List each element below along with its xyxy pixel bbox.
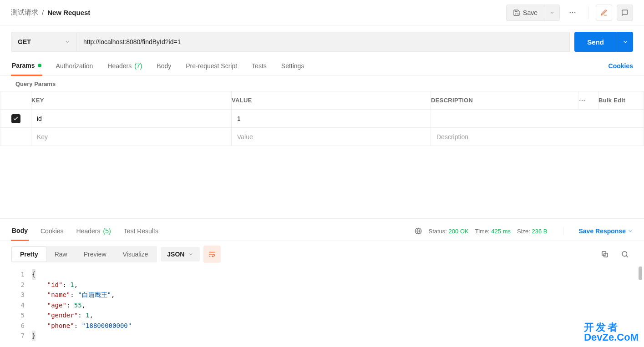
chevron-down-icon	[549, 10, 555, 15]
breadcrumb-separator: /	[42, 9, 44, 16]
request-row: GET Send	[0, 25, 644, 54]
search-icon	[621, 250, 629, 258]
bulk-edit-button[interactable]: Bulk Edit	[598, 91, 644, 110]
col-value: VALUE	[232, 91, 431, 110]
tab-headers-label: Headers	[107, 62, 132, 70]
svg-point-5	[584, 100, 585, 101]
query-params-title: Query Params	[0, 76, 644, 91]
send-dropdown[interactable]	[617, 32, 633, 52]
col-key: KEY	[31, 91, 232, 110]
tab-headers[interactable]: Headers (7)	[106, 57, 143, 75]
response-body-viewer[interactable]: 1{2 "id": 1,3 "name": "白眉鹰王",4 "age": 55…	[0, 267, 644, 347]
view-pretty[interactable]: Pretty	[12, 247, 46, 262]
tab-settings[interactable]: Settings	[280, 57, 305, 75]
wrap-lines-button[interactable]	[203, 246, 221, 263]
response-tab-test-results[interactable]: Test Results	[123, 222, 159, 240]
status-value[interactable]: 200 OK	[449, 228, 469, 235]
param-key-input[interactable]	[31, 110, 231, 127]
cookies-link[interactable]: Cookies	[609, 57, 633, 75]
save-dropdown[interactable]	[544, 5, 560, 21]
response-tab-headers-count: (5)	[103, 227, 111, 235]
scrollbar-thumb[interactable]	[639, 267, 642, 280]
copy-icon	[601, 250, 609, 258]
send-button[interactable]: Send	[574, 32, 617, 52]
ellipsis-icon	[568, 9, 577, 17]
table-row-new	[0, 128, 644, 146]
url-input[interactable]	[76, 32, 570, 52]
response-tabs: Body Cookies Headers (5) Test Results St…	[0, 219, 644, 241]
copy-response-button[interactable]	[597, 246, 613, 262]
params-table: KEY VALUE DESCRIPTION Bulk Edit	[0, 91, 644, 146]
save-response-button[interactable]: Save Response	[579, 227, 634, 235]
watermark-line1: 开发者	[584, 322, 639, 332]
col-more[interactable]	[578, 91, 598, 110]
topbar: 测试请求 / New Request Save	[0, 0, 644, 25]
param-key-input-new[interactable]	[31, 128, 231, 146]
table-row	[0, 110, 644, 128]
wrap-icon	[208, 250, 216, 258]
tab-prerequest[interactable]: Pre-request Script	[185, 57, 238, 75]
time-label: Time:	[475, 228, 490, 235]
save-label: Save	[523, 9, 538, 16]
response-tab-headers-label: Headers	[76, 227, 101, 235]
tab-tests[interactable]: Tests	[251, 57, 268, 75]
param-value-input[interactable]	[232, 110, 431, 127]
param-value-input-new[interactable]	[232, 128, 431, 146]
svg-point-11	[622, 251, 627, 256]
view-raw[interactable]: Raw	[46, 247, 76, 262]
svg-point-3	[579, 100, 580, 101]
check-icon	[13, 116, 19, 121]
svg-point-0	[570, 12, 571, 13]
tab-headers-count: (7)	[134, 62, 142, 70]
save-icon	[513, 9, 520, 16]
language-value: JSON	[167, 251, 184, 258]
ellipsis-icon	[578, 97, 586, 104]
breadcrumb-folder[interactable]: 测试请求	[11, 8, 38, 17]
method-select[interactable]: GET	[11, 32, 76, 52]
param-desc-input-new[interactable]	[431, 128, 644, 146]
view-visualize[interactable]: Visualize	[115, 247, 157, 262]
save-button[interactable]: Save	[506, 5, 544, 21]
comment-icon	[621, 9, 629, 16]
pencil-icon	[600, 9, 608, 16]
params-changed-dot	[38, 64, 41, 67]
view-mode-segment: Pretty Raw Preview Visualize	[11, 246, 157, 262]
svg-point-4	[582, 100, 583, 101]
param-desc-input[interactable]	[431, 110, 644, 127]
svg-line-12	[626, 256, 628, 257]
watermark: 开发者 DevZe.CoM	[584, 322, 639, 342]
save-response-label: Save Response	[579, 227, 626, 235]
tab-authorization[interactable]: Authorization	[55, 57, 94, 75]
view-preview[interactable]: Preview	[76, 247, 115, 262]
send-button-group: Send	[574, 32, 633, 52]
globe-icon[interactable]	[414, 227, 422, 235]
response-panel: Body Cookies Headers (5) Test Results St…	[0, 218, 644, 347]
status-label: Status:	[429, 228, 447, 235]
col-description: DESCRIPTION	[431, 91, 578, 110]
svg-point-2	[574, 12, 575, 13]
response-tab-headers[interactable]: Headers (5)	[76, 222, 112, 240]
comments-button[interactable]	[617, 5, 633, 21]
chevron-down-icon	[628, 228, 633, 234]
size-value[interactable]: 236 B	[532, 228, 548, 235]
breadcrumb-request-name[interactable]: New Request	[47, 9, 90, 16]
save-button-group: Save	[506, 5, 560, 21]
tab-params[interactable]: Params	[11, 56, 42, 76]
row-checkbox[interactable]	[11, 114, 20, 123]
svg-point-1	[572, 12, 573, 13]
breadcrumb: 测试请求 / New Request	[11, 8, 90, 17]
tab-params-label: Params	[12, 62, 35, 69]
language-select[interactable]: JSON	[161, 247, 200, 262]
divider	[563, 227, 563, 235]
more-actions-button[interactable]	[564, 5, 581, 21]
documentation-button[interactable]	[596, 5, 612, 21]
response-tab-body[interactable]: Body	[11, 221, 29, 241]
size-label: Size:	[517, 228, 530, 235]
watermark-line2: DevZe.CoM	[584, 332, 639, 342]
divider	[588, 6, 588, 19]
search-response-button[interactable]	[617, 246, 633, 262]
col-checkbox	[0, 91, 31, 110]
tab-body[interactable]: Body	[156, 57, 172, 75]
time-value[interactable]: 425 ms	[491, 228, 511, 235]
response-tab-cookies[interactable]: Cookies	[40, 222, 65, 240]
